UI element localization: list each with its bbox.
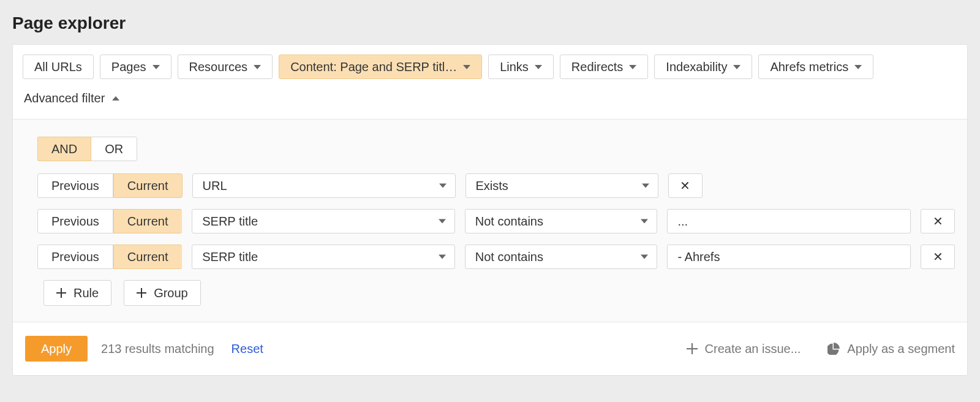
chevron-down-icon [254,65,261,69]
chevron-down-icon [642,184,649,188]
chevron-up-icon [112,96,119,100]
apply-segment-label: Apply as a segment [847,342,955,356]
preset-label: Ahrefs metrics [770,60,848,74]
field-select-value: SERP title [202,250,258,264]
logic-and-button[interactable]: AND [37,137,91,161]
plus-icon [687,343,698,354]
add-controls: Rule Group [43,280,955,306]
add-rule-button[interactable]: Rule [43,280,111,306]
close-icon [933,251,943,263]
results-count: 213 results matching [101,342,214,356]
create-issue-label: Create an issue... [705,342,801,356]
field-select[interactable]: SERP title [192,245,455,269]
chevron-down-icon [854,65,862,69]
filter-builder: AND OR Previous Current URL Exists [13,119,967,322]
chevron-down-icon [463,65,470,69]
chevron-down-icon [641,219,648,224]
chevron-down-icon [629,65,636,69]
add-group-button[interactable]: Group [124,280,201,306]
scope-toggle: Previous Current [37,209,182,233]
preset-label: Content: Page and SERP titl… [290,60,457,74]
scope-current-button[interactable]: Current [113,209,182,233]
advanced-filter-label: Advanced filter [24,91,105,105]
plus-icon [56,288,66,298]
condition-select-value: Not contains [475,214,543,229]
apply-segment-button[interactable]: Apply as a segment [827,342,955,356]
chevron-down-icon [733,65,741,69]
logic-switch: AND OR [37,137,137,161]
preset-pages[interactable]: Pages [100,55,172,79]
advanced-filter-toggle[interactable]: Advanced filter [13,79,967,119]
filter-footer: Apply 213 results matching Reset Create … [13,322,967,375]
pie-chart-icon [827,343,840,355]
preset-label: Pages [111,60,146,74]
field-select[interactable]: URL [192,173,456,198]
chevron-down-icon [641,255,648,259]
add-group-label: Group [154,286,188,300]
preset-label: All URLs [34,60,82,74]
scope-previous-button[interactable]: Previous [37,209,113,233]
value-input[interactable] [667,209,911,233]
scope-toggle: Previous Current [37,245,182,269]
condition-select[interactable]: Not contains [465,209,658,233]
scope-previous-button[interactable]: Previous [37,173,113,198]
condition-select[interactable]: Not contains [465,245,658,269]
remove-rule-button[interactable] [921,245,955,269]
preset-links[interactable]: Links [488,55,554,79]
remove-rule-button[interactable] [921,209,955,233]
preset-label: Redirects [571,60,623,74]
scope-current-button[interactable]: Current [113,245,182,269]
chevron-down-icon [439,255,446,259]
value-input[interactable] [667,245,911,269]
preset-label: Resources [189,60,248,74]
explorer-panel: All URLs Pages Resources Content: Page a… [12,44,968,376]
logic-or-button[interactable]: OR [91,137,137,161]
column-preset-toolbar: All URLs Pages Resources Content: Page a… [13,45,967,79]
chevron-down-icon [439,184,447,188]
rule-row: Previous Current SERP title Not contains [37,209,955,233]
close-icon [933,215,943,227]
plus-icon [137,288,146,298]
scope-toggle: Previous Current [37,173,183,198]
chevron-down-icon [153,65,160,69]
condition-select-value: Not contains [475,250,543,264]
preset-label: Links [500,60,529,74]
create-issue-button[interactable]: Create an issue... [687,342,801,356]
chevron-down-icon [535,65,542,69]
field-select[interactable]: SERP title [192,209,455,233]
close-icon [680,180,690,192]
preset-ahrefs-metrics[interactable]: Ahrefs metrics [758,55,873,79]
preset-all-urls[interactable]: All URLs [23,55,94,79]
field-select-value: URL [203,179,227,193]
reset-link[interactable]: Reset [232,342,263,356]
chevron-down-icon [439,219,446,224]
scope-current-button[interactable]: Current [113,173,183,198]
apply-button[interactable]: Apply [25,336,88,362]
rule-row: Previous Current SERP title Not contains [37,245,955,269]
scope-previous-button[interactable]: Previous [37,245,113,269]
rule-row: Previous Current URL Exists [37,173,955,198]
remove-rule-button[interactable] [668,173,703,198]
condition-select[interactable]: Exists [466,173,658,198]
preset-content-active[interactable]: Content: Page and SERP titl… [279,55,482,79]
field-select-value: SERP title [202,214,258,229]
rules-list: Previous Current URL Exists Previ [25,173,955,269]
condition-select-value: Exists [476,179,508,193]
page-title: Page explorer [12,13,980,33]
add-rule-label: Rule [74,286,99,300]
preset-indexability[interactable]: Indexability [654,55,752,79]
preset-resources[interactable]: Resources [178,55,273,79]
preset-label: Indexability [666,60,727,74]
preset-redirects[interactable]: Redirects [560,55,648,79]
